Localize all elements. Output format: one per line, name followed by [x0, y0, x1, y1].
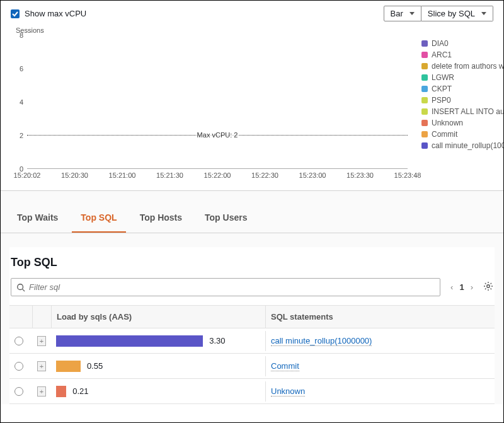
legend-swatch: [421, 40, 428, 47]
chart-area: Sessions 02468 Max vCPU: 2 15:20:0215:20…: [1, 26, 503, 190]
legend-item[interactable]: call minute_rollup(100: [421, 140, 504, 151]
slice-by-dropdown[interactable]: Slice by SQL: [421, 6, 493, 21]
slice-by-value: Slice by SQL: [428, 9, 475, 18]
top-sql-panel: Top SQL ‹ 1 › Load by sqls (AAS) SQL sta…: [9, 247, 495, 404]
tabs-section: Top WaitsTop SQLTop HostsTop Users Top S…: [1, 190, 503, 404]
legend-label: INSERT ALL INTO au: [432, 107, 504, 116]
sessions-chart[interactable]: 02468 Max vCPU: 2 15:20:0215:20:3015:21:…: [11, 35, 408, 180]
legend-swatch: [421, 131, 428, 137]
chart-type-dropdown[interactable]: Bar: [384, 6, 421, 21]
legend-swatch: [421, 63, 428, 69]
sql-statement-link[interactable]: Commit: [271, 361, 299, 371]
expand-button[interactable]: +: [37, 336, 46, 346]
search-icon: [16, 283, 25, 292]
gear-icon: [483, 281, 493, 291]
page-number: 1: [459, 282, 464, 292]
legend-label: CKPT: [432, 84, 452, 93]
y-tick: 2: [20, 132, 23, 139]
show-max-vcpu-checkbox[interactable]: Show max vCPU: [11, 9, 86, 18]
legend-item[interactable]: delete from authors w: [421, 61, 504, 72]
legend-item[interactable]: ARC1: [421, 49, 504, 61]
legend-item[interactable]: Unknown: [421, 117, 504, 129]
table-row: + 0.55 Commit: [9, 354, 495, 379]
chart-controls: Bar Slice by SQL: [384, 6, 493, 21]
legend-label: call minute_rollup(100: [432, 141, 504, 150]
legend-label: LGWR: [432, 73, 454, 82]
legend-label: Unknown: [432, 119, 463, 127]
legend-swatch: [421, 86, 428, 92]
y-tick: 4: [20, 98, 23, 106]
row-select-radio[interactable]: [14, 362, 23, 371]
x-tick: 15:20:02: [14, 171, 41, 179]
filter-input-wrap[interactable]: [11, 278, 440, 296]
svg-point-0: [18, 284, 23, 289]
x-tick: 15:23:48: [394, 171, 421, 179]
legend-swatch: [421, 74, 428, 81]
legend-item[interactable]: Commit: [421, 129, 504, 140]
x-tick: 15:20:30: [61, 171, 88, 179]
tab-top-users[interactable]: Top Users: [196, 206, 256, 233]
legend-item[interactable]: LGWR: [421, 72, 504, 83]
prev-page[interactable]: ‹: [450, 282, 453, 292]
y-axis: 02468: [11, 35, 26, 169]
load-bar: 3.30: [56, 335, 260, 347]
legend-swatch: [421, 52, 428, 58]
settings-button[interactable]: [483, 281, 493, 293]
x-tick: 15:22:30: [251, 171, 278, 179]
chart-type-value: Bar: [391, 9, 403, 18]
tab-top-sql[interactable]: Top SQL: [72, 206, 125, 233]
y-tick: 6: [20, 65, 23, 72]
section-title: Top SQL: [9, 247, 495, 278]
legend-label: Commit: [432, 130, 457, 139]
svg-point-2: [487, 285, 490, 287]
x-tick: 15:22:00: [204, 171, 231, 179]
x-tick: 15:21:30: [156, 171, 183, 179]
legend-swatch: [421, 97, 428, 103]
show-max-vcpu-label: Show max vCPU: [25, 9, 86, 18]
expand-button[interactable]: +: [37, 386, 46, 397]
table-row: + 3.30 call minute_rollup(1000000): [9, 328, 495, 354]
next-page[interactable]: ›: [471, 282, 473, 292]
legend-swatch: [421, 108, 428, 115]
row-select-radio[interactable]: [14, 387, 23, 396]
legend-item[interactable]: DIA0: [421, 38, 504, 49]
chevron-down-icon: [410, 12, 415, 15]
x-tick: 15:23:00: [299, 171, 326, 179]
legend-item[interactable]: INSERT ALL INTO au: [421, 106, 504, 117]
legend-label: delete from authors w: [432, 62, 504, 71]
load-value: 3.30: [209, 336, 225, 345]
sql-statement-link[interactable]: call minute_rollup(1000000): [271, 336, 372, 346]
pager: ‹ 1 ›: [450, 282, 473, 292]
th-sql: SQL statements: [265, 306, 495, 328]
load-bar: 0.21: [56, 386, 260, 397]
th-load: Load by sqls (AAS): [51, 306, 265, 328]
load-bar: 0.55: [56, 361, 260, 372]
table-row: + 0.21 Unknown: [9, 379, 495, 404]
legend-swatch: [421, 120, 428, 126]
tab-top-waits[interactable]: Top Waits: [8, 206, 67, 233]
chart-legend: DIA0ARC1delete from authors wLGWRCKPTPSP…: [414, 26, 504, 180]
legend-item[interactable]: CKPT: [421, 83, 504, 95]
expand-button[interactable]: +: [37, 361, 46, 371]
plot-inner: Max vCPU: 2 15:20:0215:20:3015:21:0015:2…: [27, 35, 408, 169]
y-tick: 8: [20, 32, 23, 39]
svg-line-1: [23, 289, 25, 291]
table-header: Load by sqls (AAS) SQL statements: [9, 305, 495, 328]
y-axis-label: Sessions: [16, 26, 414, 34]
legend-label: ARC1: [432, 50, 452, 59]
filter-row: ‹ 1 ›: [9, 278, 495, 305]
top-bar: Show max vCPU Bar Slice by SQL: [1, 1, 503, 26]
tabs-row: Top WaitsTop SQLTop HostsTop Users: [1, 206, 503, 233]
legend-swatch: [421, 142, 428, 149]
row-select-radio[interactable]: [14, 337, 23, 345]
tab-top-hosts[interactable]: Top Hosts: [131, 206, 191, 233]
legend-label: PSP0: [432, 96, 451, 105]
x-tick: 15:23:30: [346, 171, 374, 179]
load-value: 0.21: [72, 386, 88, 396]
filter-input[interactable]: [29, 282, 435, 292]
legend-item[interactable]: PSP0: [421, 95, 504, 106]
x-tick: 15:21:00: [109, 171, 136, 179]
checkbox-icon: [11, 9, 20, 18]
sql-statement-link[interactable]: Unknown: [271, 386, 305, 397]
chevron-down-icon: [481, 12, 486, 15]
